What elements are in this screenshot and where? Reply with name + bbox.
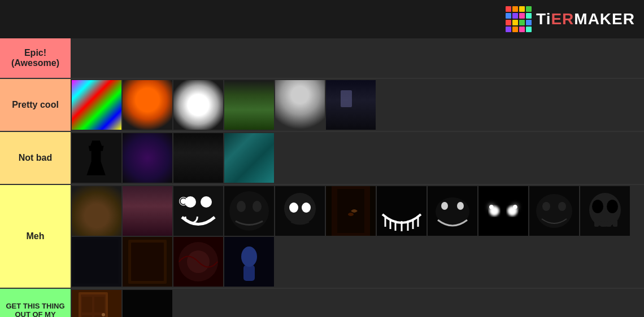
svg-rect-41: [613, 220, 617, 227]
logo-cell: [526, 13, 532, 19]
tier-items-epic: [71, 38, 644, 78]
logo-cell: [526, 6, 532, 12]
item-skull-dark: [275, 186, 325, 236]
svg-rect-46: [131, 243, 164, 281]
tier-label-get-out: GET THIS THING OUT OF MY SIGHT!!: [0, 289, 71, 317]
svg-rect-43: [75, 240, 119, 284]
list-item: [428, 186, 477, 236]
logo-cell: [506, 13, 511, 19]
logo-cell: [512, 6, 518, 12]
list-item: [224, 80, 274, 130]
svg-rect-58: [94, 297, 105, 312]
item-grin-dark: [377, 186, 427, 236]
svg-point-14: [348, 213, 354, 216]
svg-point-28: [489, 206, 499, 216]
item-skull-face: [580, 186, 630, 236]
svg-point-33: [558, 202, 566, 211]
item-black-box: [123, 290, 172, 317]
item-smile-white: [173, 186, 223, 236]
list-item: [173, 133, 223, 183]
svg-point-6: [253, 201, 262, 212]
svg-point-26: [457, 202, 464, 210]
svg-point-61: [102, 313, 105, 316]
list-item: [72, 133, 121, 183]
item-blur-grin: [428, 186, 477, 236]
list-item: [478, 186, 528, 236]
tier-items-pretty-cool: [71, 79, 644, 131]
svg-point-37: [607, 200, 618, 213]
svg-point-53: [241, 246, 257, 267]
tier-items-meh: [71, 185, 644, 288]
list-item: [72, 80, 121, 130]
item-dark-panel: [72, 237, 121, 287]
svg-point-32: [542, 202, 550, 211]
tier-label-epic: Epic! (Awesome): [0, 38, 71, 78]
list-item: [224, 237, 274, 287]
svg-rect-62: [123, 290, 172, 317]
logo-text: TiERMAKER: [536, 10, 635, 28]
logo-cell: [519, 27, 525, 32]
logo-cell: [512, 20, 518, 25]
list-item: [529, 186, 579, 236]
svg-rect-27: [478, 186, 528, 236]
list-item: [173, 237, 223, 287]
svg-rect-0: [173, 186, 223, 236]
svg-point-25: [441, 202, 448, 210]
item-brown-rect: [123, 237, 172, 287]
logo-cell: [506, 20, 511, 25]
item-red-texture: [173, 237, 223, 287]
list-item: [224, 133, 274, 183]
list-item: [72, 186, 121, 236]
list-item: [377, 186, 427, 236]
item-blue-figure: [224, 237, 274, 287]
item-door: [72, 290, 121, 317]
list-item: [123, 133, 172, 183]
item-eyes-purple: [123, 133, 172, 183]
list-item: [123, 237, 172, 287]
app-container: TiERMAKER Epic! (Awesome) Pretty cool: [0, 0, 644, 317]
list-item: [72, 237, 121, 287]
svg-point-2: [201, 196, 212, 208]
logo-cell: [506, 6, 511, 12]
logo-cell: [526, 20, 532, 25]
list-item: [580, 186, 630, 236]
item-glitch: [72, 80, 121, 130]
tier-label-pretty-cool: Pretty cool: [0, 79, 71, 131]
item-skeleton: [275, 80, 325, 130]
item-shadow-figure: [72, 133, 121, 183]
item-dark-face: [224, 186, 274, 236]
tier-table: Epic! (Awesome) Pretty cool: [0, 38, 644, 317]
tier-row-not-bad: Not bad: [0, 132, 644, 185]
item-bright-eyes: [478, 186, 528, 236]
logo-grid-icon: [506, 6, 532, 32]
item-green-monster: [224, 80, 274, 130]
list-item: [275, 80, 325, 130]
svg-point-36: [592, 200, 603, 213]
svg-rect-52: [243, 265, 255, 281]
logo-cell: [506, 27, 511, 32]
svg-point-9: [289, 202, 298, 213]
svg-rect-39: [601, 221, 605, 227]
logo-cell: [526, 27, 532, 32]
tier-row-epic: Epic! (Awesome): [0, 38, 644, 79]
tier-items-get-out: [71, 289, 644, 317]
list-item: [173, 186, 223, 236]
tier-label-meh: Meh: [0, 185, 71, 288]
tier-row-pretty-cool: Pretty cool: [0, 79, 644, 132]
tier-items-not-bad: [71, 132, 644, 184]
item-teal-texture: [224, 133, 274, 183]
logo-cell: [519, 6, 525, 12]
tier-row-meh: Meh: [0, 185, 644, 289]
list-item: [224, 186, 274, 236]
logo-cell: [512, 27, 518, 32]
list-item: [173, 80, 223, 130]
list-item: [123, 290, 172, 317]
list-item: [326, 186, 376, 236]
tiermaker-logo: TiERMAKER: [506, 6, 635, 32]
item-pink-dark: [123, 186, 172, 236]
svg-rect-57: [82, 297, 92, 312]
list-item: [275, 186, 325, 236]
svg-point-5: [237, 201, 246, 212]
list-item: [123, 186, 172, 236]
svg-point-10: [302, 202, 311, 213]
